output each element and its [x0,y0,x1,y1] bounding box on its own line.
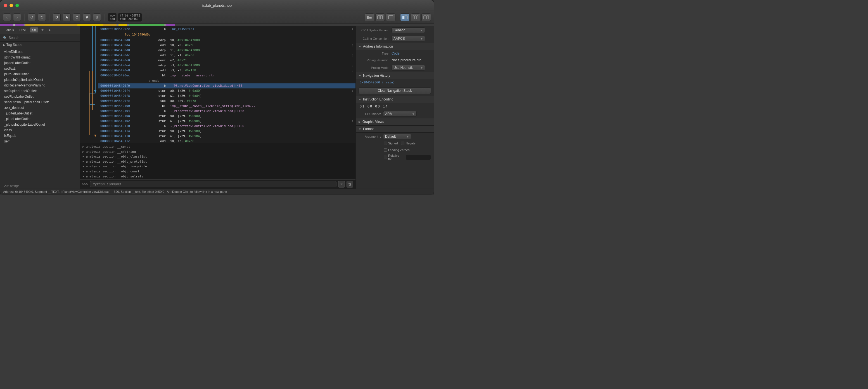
disasm-row[interactable]: 0000000104549104 b -[PlanetViewControlle… [98,109,355,114]
prolog-mode-label: Prolog Mode: [359,66,389,70]
signed-checkbox[interactable]: Signed [384,142,398,145]
list-item[interactable]: _plutoLabelOutlet [0,116,80,122]
format-header[interactable]: ▼ Format [356,126,434,133]
nav-history-header[interactable]: ▼ Navigation History [356,72,434,79]
close-button[interactable] [4,4,7,7]
disasm-row[interactable]: 00000001045490e4 adrp x3, #0x10454f000 ; [98,63,355,68]
disasm-row[interactable]: 00000001045490f8 stur w1, [x29, #-0x84] [98,93,355,99]
calling-conv-value: AAPCS [394,37,405,40]
disasm-row[interactable]: 0000000104549114 stur x0, [x29, #-0x80] [98,129,355,134]
clear-nav-button[interactable]: Clear Navigation Stack [359,87,431,94]
list-item[interactable]: stringWithFormat: [0,55,80,60]
list-item[interactable]: setPlutoLabelOutlet: [0,94,80,99]
list-item[interactable]: didReceiveMemoryWarning [0,83,80,88]
nav-history-section: ▼ Navigation History 0x104549860 (_main)… [356,72,434,96]
disasm-row[interactable]: 000000010454910c stur w1, [x29, #-0x84] … [98,119,355,124]
zoom-button[interactable] [16,4,19,7]
svg-rect-8 [405,16,407,19]
list-item[interactable]: setText: [0,66,80,72]
list-item[interactable]: self [0,139,80,144]
tag-scope[interactable]: ▶ Tag Scope [0,42,80,48]
refresh-button[interactable]: ↺ [28,13,36,21]
btn-c[interactable]: C [73,13,81,21]
disasm-row[interactable]: 0000000104549100 bl imp__stubs__ZNSt3__1… [98,104,355,109]
disasm-row-selected[interactable]: 00000001045490f0 b -[PlanetViewControlle… [98,83,355,88]
addr-info-header[interactable]: ▼ Address Information [356,43,434,50]
forward-button[interactable]: › [13,13,21,21]
chevron-down-icon: ▼ [420,66,423,70]
cpu-mode-row: CPU mode: ARM ▼ [356,110,434,118]
list-item[interactable]: .cxx_destruct [0,105,80,111]
nav-history-item[interactable]: 0x104549860 (_main) [356,79,434,86]
btn-p[interactable]: P [83,13,91,21]
list-item[interactable]: setPlutosInJupiterLabelOutlet: [0,99,80,105]
disasm-row[interactable]: 00000001045490f4 stur x0, [x29, #-0x80] … [98,88,355,93]
list-item[interactable]: plutoLabelOutlet [0,72,80,77]
console-clear-btn[interactable]: ✕ [338,181,345,188]
disasm-row[interactable]: 0000000104549108 stur x0, [x29, #-0x80] [98,114,355,119]
disasm-row[interactable]: 00000001045490ec bl imp___stubs___assert… [98,73,355,78]
negate-checkbox[interactable]: Negate [401,142,415,145]
disasm-row[interactable]: 00000001045490e8 add x3, x3, #0x138 ; [98,68,355,73]
console-run-btn[interactable]: 🗑 [346,181,353,188]
disasm-row[interactable]: 00000001045490e0 movz w2, #0x21 [98,58,355,63]
pb-seg-3 [16,24,24,26]
minimize-button[interactable] [9,4,13,7]
cpu-mode-select[interactable]: ARM ▼ [383,111,417,117]
progress-bar [0,24,434,26]
disasm-row[interactable]: 0000000104549118 stur w1, [x29, #-0x84] [98,134,355,139]
relative-to-checkbox[interactable]: Relative to: [384,154,404,161]
proc-list-btn[interactable] [365,13,374,21]
tab-proc[interactable]: Proc. [17,27,29,32]
pb-seg-9 [119,24,127,26]
disasm-row[interactable]: 000000010454911c add x0, sp, #0xd0 [98,139,355,143]
tab-str[interactable]: Str [30,27,38,32]
disasm-row[interactable]: 00000001045490fc sub x0, x29, #0x78 [98,99,355,104]
list-item[interactable]: _jupiterLabelOutlet [0,111,80,116]
list-item[interactable]: isEqual: [0,133,80,139]
relative-to-input[interactable] [406,155,431,160]
list-item[interactable]: plutosInJupiterLabelOutlet [0,77,80,83]
tab-dot[interactable]: ● [47,27,52,33]
disasm-row[interactable]: 00000001045490d4 add x0, x0, #0xb6 ; [98,43,355,48]
single-view-btn[interactable] [386,13,396,21]
sidebar-left-btn[interactable] [400,13,410,21]
sidebar-right-btn[interactable] [422,13,431,21]
instr-enc-header[interactable]: ▼ Instruction Encoding [356,96,434,103]
graphic-views-header[interactable]: ▶ Graphic Views [356,118,434,126]
calling-conv-select[interactable]: AAPCS ▼ [392,36,425,41]
list-item[interactable]: jupiterLabelOutlet [0,60,80,66]
btn-a[interactable]: A [63,13,71,21]
disasm-row[interactable]: 00000001045490cc b loc_104549134 ; [98,27,355,32]
back-button[interactable]: ‹ [3,13,11,21]
prolog-mode-select[interactable]: Use Heuristic ▼ [392,65,425,71]
sidebar-both-btn[interactable] [411,13,420,21]
tab-star[interactable]: ★ [39,27,46,33]
disasm-row[interactable]: 00000001045490d0 adrp x0, #0x10454f000 [98,38,355,43]
disasm-row[interactable]: 00000001045490d8 adrp x1, #0x10454f000 [98,48,355,53]
split-horiz-btn[interactable] [375,13,385,21]
arg-row: Argument -: Default ▼ [356,133,434,140]
list-item[interactable]: viewDidLoad [0,49,80,55]
tab-labels[interactable]: Labels [2,27,16,32]
stop-button[interactable]: ↻ [38,13,46,21]
list-item[interactable]: class [0,127,80,133]
console-input[interactable] [90,181,337,187]
leading-zeroes-checkbox[interactable]: Leading Zeroes [384,148,409,152]
chevron-down-icon: ▼ [406,135,409,138]
tag-scope-arrow: ▶ [3,44,5,47]
disasm-row[interactable]: 0000000104549110 b -[PlanetViewControlle… [98,124,355,129]
list-item[interactable]: setJupiterLabelOutlet: [0,88,80,94]
sidebar-both-icon [413,15,418,20]
arg-select[interactable]: Default ▼ [383,134,411,139]
cpu-syntax-select[interactable]: Generic ▼ [392,27,425,33]
disassembly-area: 00000001045490cc b loc_104549134 ; loc_1… [80,26,355,143]
cpu-syntax-label: CPU Syntax Variant: [359,29,389,32]
btn-u[interactable]: U [93,13,101,21]
list-item[interactable]: _plutosInJupiterLabelOutlet [0,122,80,127]
disasm-endp: ; endp [98,78,355,84]
svg-rect-7 [402,16,404,19]
disasm-row[interactable]: 00000001045490dc add x1, x1, #0xda ; [98,53,355,58]
search-input[interactable] [9,36,77,40]
btn-d[interactable]: D [53,13,61,21]
